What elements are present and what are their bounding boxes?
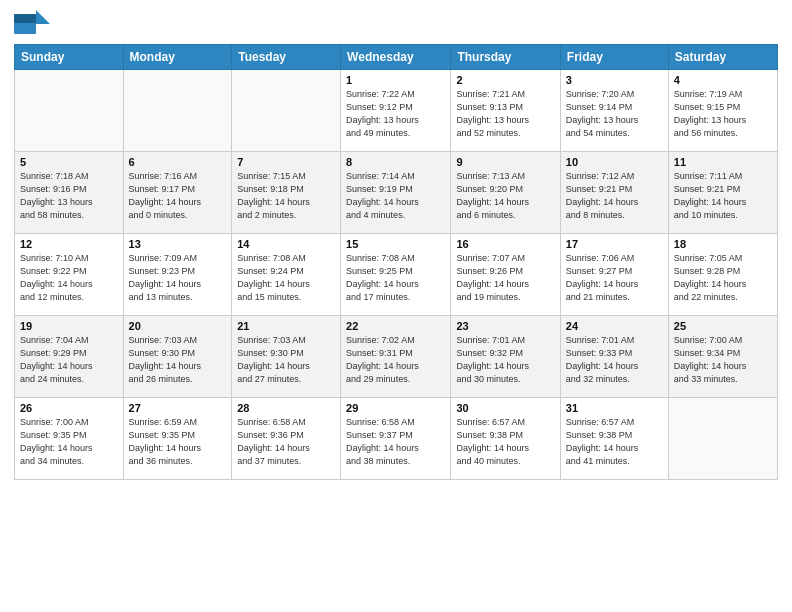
day-number: 14 [237, 238, 335, 250]
calendar-cell: 17Sunrise: 7:06 AM Sunset: 9:27 PM Dayli… [560, 234, 668, 316]
day-info: Sunrise: 7:21 AM Sunset: 9:13 PM Dayligh… [456, 88, 554, 140]
calendar-cell: 31Sunrise: 6:57 AM Sunset: 9:38 PM Dayli… [560, 398, 668, 480]
svg-rect-1 [14, 14, 36, 23]
day-info: Sunrise: 7:10 AM Sunset: 9:22 PM Dayligh… [20, 252, 118, 304]
weekday-header-row: SundayMondayTuesdayWednesdayThursdayFrid… [15, 45, 778, 70]
day-info: Sunrise: 7:03 AM Sunset: 9:30 PM Dayligh… [237, 334, 335, 386]
weekday-header-thursday: Thursday [451, 45, 560, 70]
day-info: Sunrise: 6:58 AM Sunset: 9:36 PM Dayligh… [237, 416, 335, 468]
calendar-cell: 3Sunrise: 7:20 AM Sunset: 9:14 PM Daylig… [560, 70, 668, 152]
calendar-cell: 30Sunrise: 6:57 AM Sunset: 9:38 PM Dayli… [451, 398, 560, 480]
calendar-table: SundayMondayTuesdayWednesdayThursdayFrid… [14, 44, 778, 480]
day-number: 9 [456, 156, 554, 168]
calendar-row-0: 1Sunrise: 7:22 AM Sunset: 9:12 PM Daylig… [15, 70, 778, 152]
day-info: Sunrise: 7:08 AM Sunset: 9:25 PM Dayligh… [346, 252, 445, 304]
calendar-cell [668, 398, 777, 480]
calendar-cell: 2Sunrise: 7:21 AM Sunset: 9:13 PM Daylig… [451, 70, 560, 152]
calendar-cell: 23Sunrise: 7:01 AM Sunset: 9:32 PM Dayli… [451, 316, 560, 398]
calendar-cell: 9Sunrise: 7:13 AM Sunset: 9:20 PM Daylig… [451, 152, 560, 234]
calendar-cell: 27Sunrise: 6:59 AM Sunset: 9:35 PM Dayli… [123, 398, 232, 480]
day-number: 19 [20, 320, 118, 332]
day-number: 27 [129, 402, 227, 414]
calendar-cell: 4Sunrise: 7:19 AM Sunset: 9:15 PM Daylig… [668, 70, 777, 152]
calendar-cell: 1Sunrise: 7:22 AM Sunset: 9:12 PM Daylig… [341, 70, 451, 152]
day-info: Sunrise: 7:18 AM Sunset: 9:16 PM Dayligh… [20, 170, 118, 222]
day-number: 12 [20, 238, 118, 250]
day-number: 2 [456, 74, 554, 86]
day-number: 10 [566, 156, 663, 168]
calendar-cell: 29Sunrise: 6:58 AM Sunset: 9:37 PM Dayli… [341, 398, 451, 480]
day-number: 22 [346, 320, 445, 332]
day-info: Sunrise: 7:04 AM Sunset: 9:29 PM Dayligh… [20, 334, 118, 386]
weekday-header-tuesday: Tuesday [232, 45, 341, 70]
header [14, 10, 778, 38]
weekday-header-saturday: Saturday [668, 45, 777, 70]
calendar-cell: 21Sunrise: 7:03 AM Sunset: 9:30 PM Dayli… [232, 316, 341, 398]
logo-icon [14, 10, 50, 38]
day-number: 6 [129, 156, 227, 168]
weekday-header-wednesday: Wednesday [341, 45, 451, 70]
calendar-cell: 13Sunrise: 7:09 AM Sunset: 9:23 PM Dayli… [123, 234, 232, 316]
day-number: 13 [129, 238, 227, 250]
day-number: 21 [237, 320, 335, 332]
day-number: 23 [456, 320, 554, 332]
day-number: 7 [237, 156, 335, 168]
calendar-cell: 11Sunrise: 7:11 AM Sunset: 9:21 PM Dayli… [668, 152, 777, 234]
day-info: Sunrise: 7:13 AM Sunset: 9:20 PM Dayligh… [456, 170, 554, 222]
day-number: 28 [237, 402, 335, 414]
day-info: Sunrise: 7:19 AM Sunset: 9:15 PM Dayligh… [674, 88, 772, 140]
calendar-row-1: 5Sunrise: 7:18 AM Sunset: 9:16 PM Daylig… [15, 152, 778, 234]
calendar-cell: 10Sunrise: 7:12 AM Sunset: 9:21 PM Dayli… [560, 152, 668, 234]
calendar-cell: 18Sunrise: 7:05 AM Sunset: 9:28 PM Dayli… [668, 234, 777, 316]
calendar-cell: 14Sunrise: 7:08 AM Sunset: 9:24 PM Dayli… [232, 234, 341, 316]
day-info: Sunrise: 7:09 AM Sunset: 9:23 PM Dayligh… [129, 252, 227, 304]
calendar-cell [15, 70, 124, 152]
page: SundayMondayTuesdayWednesdayThursdayFrid… [0, 0, 792, 612]
day-info: Sunrise: 7:11 AM Sunset: 9:21 PM Dayligh… [674, 170, 772, 222]
calendar-cell: 12Sunrise: 7:10 AM Sunset: 9:22 PM Dayli… [15, 234, 124, 316]
day-number: 4 [674, 74, 772, 86]
day-number: 5 [20, 156, 118, 168]
weekday-header-monday: Monday [123, 45, 232, 70]
day-number: 25 [674, 320, 772, 332]
day-info: Sunrise: 7:14 AM Sunset: 9:19 PM Dayligh… [346, 170, 445, 222]
day-number: 17 [566, 238, 663, 250]
calendar-cell [232, 70, 341, 152]
day-info: Sunrise: 7:07 AM Sunset: 9:26 PM Dayligh… [456, 252, 554, 304]
day-number: 3 [566, 74, 663, 86]
calendar-cell: 8Sunrise: 7:14 AM Sunset: 9:19 PM Daylig… [341, 152, 451, 234]
day-number: 11 [674, 156, 772, 168]
day-number: 1 [346, 74, 445, 86]
day-number: 16 [456, 238, 554, 250]
day-info: Sunrise: 7:15 AM Sunset: 9:18 PM Dayligh… [237, 170, 335, 222]
day-info: Sunrise: 7:02 AM Sunset: 9:31 PM Dayligh… [346, 334, 445, 386]
calendar-cell: 16Sunrise: 7:07 AM Sunset: 9:26 PM Dayli… [451, 234, 560, 316]
calendar-cell: 6Sunrise: 7:16 AM Sunset: 9:17 PM Daylig… [123, 152, 232, 234]
day-info: Sunrise: 7:08 AM Sunset: 9:24 PM Dayligh… [237, 252, 335, 304]
day-info: Sunrise: 7:00 AM Sunset: 9:35 PM Dayligh… [20, 416, 118, 468]
calendar-row-3: 19Sunrise: 7:04 AM Sunset: 9:29 PM Dayli… [15, 316, 778, 398]
day-number: 24 [566, 320, 663, 332]
calendar-cell: 20Sunrise: 7:03 AM Sunset: 9:30 PM Dayli… [123, 316, 232, 398]
day-number: 20 [129, 320, 227, 332]
day-number: 29 [346, 402, 445, 414]
day-info: Sunrise: 7:20 AM Sunset: 9:14 PM Dayligh… [566, 88, 663, 140]
svg-marker-2 [36, 10, 50, 24]
calendar-cell: 25Sunrise: 7:00 AM Sunset: 9:34 PM Dayli… [668, 316, 777, 398]
calendar-cell [123, 70, 232, 152]
day-number: 8 [346, 156, 445, 168]
day-info: Sunrise: 7:01 AM Sunset: 9:32 PM Dayligh… [456, 334, 554, 386]
calendar-cell: 5Sunrise: 7:18 AM Sunset: 9:16 PM Daylig… [15, 152, 124, 234]
calendar-cell: 24Sunrise: 7:01 AM Sunset: 9:33 PM Dayli… [560, 316, 668, 398]
day-info: Sunrise: 7:03 AM Sunset: 9:30 PM Dayligh… [129, 334, 227, 386]
day-info: Sunrise: 6:59 AM Sunset: 9:35 PM Dayligh… [129, 416, 227, 468]
calendar-cell: 26Sunrise: 7:00 AM Sunset: 9:35 PM Dayli… [15, 398, 124, 480]
logo [14, 10, 52, 38]
calendar-cell: 22Sunrise: 7:02 AM Sunset: 9:31 PM Dayli… [341, 316, 451, 398]
day-info: Sunrise: 7:00 AM Sunset: 9:34 PM Dayligh… [674, 334, 772, 386]
weekday-header-sunday: Sunday [15, 45, 124, 70]
calendar-cell: 15Sunrise: 7:08 AM Sunset: 9:25 PM Dayli… [341, 234, 451, 316]
calendar-row-2: 12Sunrise: 7:10 AM Sunset: 9:22 PM Dayli… [15, 234, 778, 316]
day-info: Sunrise: 6:57 AM Sunset: 9:38 PM Dayligh… [566, 416, 663, 468]
day-number: 31 [566, 402, 663, 414]
